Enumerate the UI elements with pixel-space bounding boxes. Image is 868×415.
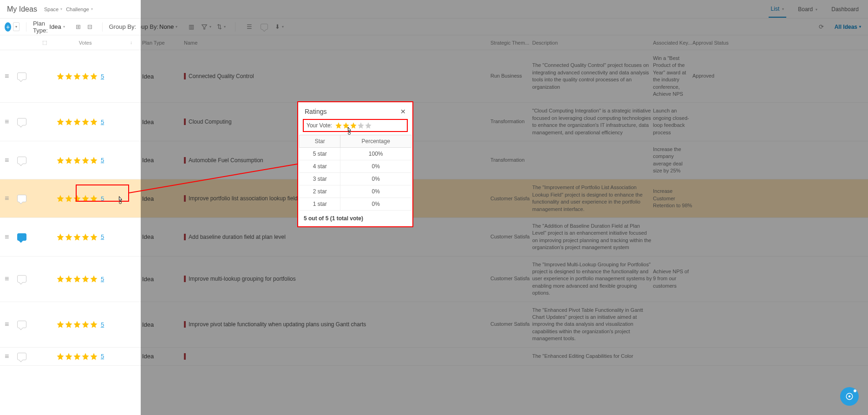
close-icon[interactable]: ✕ [400,108,406,115]
help-fab[interactable] [840,387,859,406]
comment-icon[interactable] [17,275,26,283]
add-button[interactable]: + [5,22,11,32]
table-row[interactable]: ≡ 5 [0,103,141,141]
comment-icon[interactable] [17,233,26,241]
svg-point-5 [848,395,851,398]
ratings-summary: 5 out of 5 (1 total vote) [298,211,412,226]
table-row[interactable]: ≡ 5 [0,50,141,103]
vote-count[interactable]: 5 [101,233,104,240]
vote-count[interactable]: 5 [101,276,104,283]
col-percentage: Percentage [340,135,411,148]
comment-icon[interactable] [17,353,26,360]
vote-count[interactable]: 5 [101,73,104,80]
vote-stars[interactable] [56,233,98,241]
comment-icon[interactable] [17,195,26,202]
vote-stars[interactable] [56,194,98,203]
tab-space[interactable]: Space▾ [44,7,62,12]
drag-handle-icon[interactable]: ≡ [5,118,9,125]
col-star: Star [300,135,340,148]
plan-type-filter[interactable]: Plan Type: Idea ▾ [33,20,65,34]
drag-handle-icon[interactable]: ≡ [5,72,9,80]
popup-title: Ratings [305,108,326,115]
left-panel-clear: My Ideas Space▾ Challenge▾ + ▾ Plan Type… [0,0,141,415]
comment-icon[interactable] [17,321,26,328]
ratings-row: 5 star100% [300,148,411,160]
ratings-popup: Ratings ✕ Your Vote: Star Percentage 5 s… [297,101,413,227]
your-vote-label: Your Vote: [307,122,332,129]
ratings-table: Star Percentage 5 star100%4 star0%3 star… [299,135,411,211]
vote-stars[interactable] [56,72,98,80]
your-vote-row[interactable]: Your Vote: [303,119,408,132]
cursor-icon [345,126,354,136]
vote-count[interactable]: 5 [101,353,104,360]
ratings-row: 3 star0% [300,173,411,185]
comment-icon[interactable] [17,118,26,125]
vote-count[interactable]: 5 [101,195,104,202]
table-row[interactable]: ≡ 5 [0,218,141,257]
page-title: My Ideas [7,5,37,13]
vote-count[interactable]: 5 [101,157,104,164]
drag-handle-icon[interactable]: ≡ [5,233,9,241]
drag-handle-icon[interactable]: ≡ [5,275,9,283]
svg-point-3 [119,202,122,204]
vote-stars[interactable] [56,320,98,329]
drag-handle-icon[interactable]: ≡ [5,156,9,164]
ratings-row: 4 star0% [300,160,411,173]
collapse-icon[interactable]: ⊟ [86,22,94,32]
vote-stars[interactable] [56,275,98,283]
vote-stars[interactable] [56,156,98,165]
drag-handle-icon[interactable]: ≡ [5,194,9,202]
drag-handle-icon[interactable]: ≡ [5,320,9,328]
vote-stars[interactable] [56,352,98,361]
expand-icon[interactable]: ⊞ [74,22,82,32]
table-row[interactable]: ≡ 5 [0,302,141,348]
drag-handle-icon[interactable]: ≡ [5,352,9,360]
ratings-row: 2 star0% [300,185,411,198]
table-row[interactable]: ≡ 5 [0,348,141,366]
vote-count[interactable]: 5 [101,119,104,125]
table-row[interactable]: ≡ 5 [0,257,141,302]
vote-count[interactable]: 5 [101,321,104,328]
comment-icon[interactable] [17,157,26,164]
comment-icon[interactable] [17,72,26,80]
svg-point-2 [348,132,351,135]
cursor-icon [116,196,125,205]
vote-stars[interactable] [56,118,98,126]
ratings-row: 1 star0% [300,198,411,211]
tab-challenge[interactable]: Challenge▾ [66,7,93,12]
add-dropdown[interactable]: ▾ [13,22,20,31]
table-row[interactable]: ≡ 5 [0,141,141,180]
